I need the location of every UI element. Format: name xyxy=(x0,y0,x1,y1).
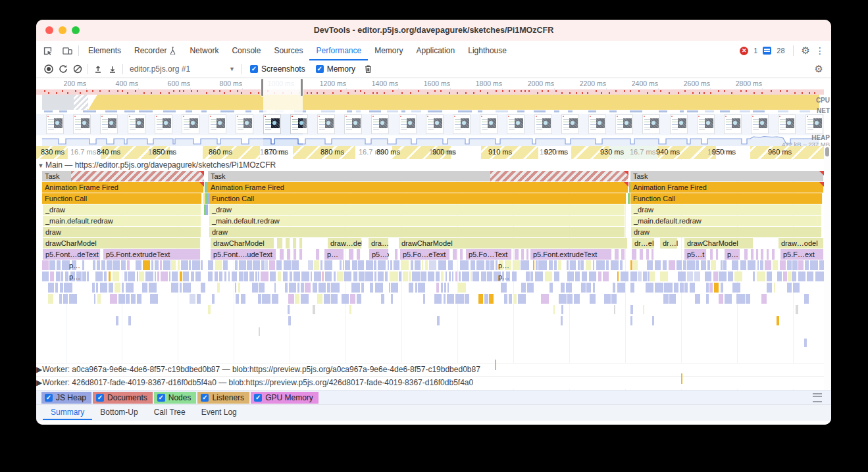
timeline-overview[interactable]: 200 ms400 ms600 ms800 ms1000 ms1200 ms14… xyxy=(36,78,831,146)
activity-bar[interactable] xyxy=(247,260,252,270)
activity-bar[interactable] xyxy=(590,294,596,304)
activity-bar[interactable] xyxy=(345,260,350,270)
activity-bar[interactable] xyxy=(331,283,340,293)
activity-bar[interactable] xyxy=(687,271,694,281)
activity-bar[interactable] xyxy=(481,271,486,281)
activity-bar[interactable] xyxy=(60,283,63,293)
screenshot-thumbnail[interactable] xyxy=(507,114,524,134)
activity-bar[interactable] xyxy=(638,271,642,281)
flame-bar[interactable] xyxy=(615,249,619,260)
activity-bar[interactable] xyxy=(593,260,594,270)
activity-bar[interactable] xyxy=(394,260,399,270)
activity-bar[interactable] xyxy=(707,260,709,270)
activity-bar[interactable] xyxy=(765,260,772,270)
activity-bar[interactable] xyxy=(535,271,544,281)
activity-bar[interactable] xyxy=(586,283,591,293)
activity-bar[interactable] xyxy=(409,283,413,293)
flame-bar[interactable] xyxy=(299,238,303,248)
activity-bar[interactable] xyxy=(270,271,276,281)
activity-bar[interactable] xyxy=(115,283,120,293)
activity-bar[interactable] xyxy=(42,271,49,281)
flame-bar[interactable]: draw xyxy=(631,227,822,237)
activity-bar[interactable] xyxy=(197,294,201,304)
screenshot-thumbnail[interactable] xyxy=(724,114,742,134)
activity-bar[interactable] xyxy=(349,305,351,314)
activity-bar[interactable] xyxy=(238,283,240,293)
activity-bar[interactable] xyxy=(589,271,597,281)
activity-bar[interactable] xyxy=(70,271,76,281)
flame-bar[interactable] xyxy=(277,238,283,248)
tab-sources[interactable]: Sources xyxy=(267,41,309,60)
screenshot-thumbnail[interactable] xyxy=(371,114,389,134)
activity-bar[interactable] xyxy=(606,260,609,270)
screenshot-thumbnail[interactable] xyxy=(128,114,145,134)
screenshot-thumbnail[interactable] xyxy=(155,114,172,134)
flame-bar[interactable]: draw xyxy=(43,227,201,237)
worker-track-header[interactable]: ▶Worker: a0ca967a-9e6e-4de6-8f57-c19bdbe… xyxy=(36,363,824,376)
activity-bar[interactable] xyxy=(655,260,661,270)
activity-bar[interactable] xyxy=(62,260,70,270)
activity-bar[interactable] xyxy=(714,283,719,293)
flame-bar[interactable]: p5.Font…deText xyxy=(43,249,101,260)
activity-bar[interactable] xyxy=(633,260,638,270)
activity-bar[interactable] xyxy=(415,260,421,270)
activity-bar[interactable] xyxy=(100,283,107,293)
activity-bar[interactable] xyxy=(421,271,426,281)
activity-bar[interactable] xyxy=(201,260,203,270)
activity-bar[interactable] xyxy=(418,283,425,293)
activity-bar[interactable] xyxy=(455,294,464,304)
activity-bar[interactable] xyxy=(128,271,135,281)
activity-bar[interactable] xyxy=(647,260,653,270)
activity-bar[interactable] xyxy=(783,271,787,281)
activity-bar[interactable] xyxy=(93,260,95,270)
activity-bar[interactable] xyxy=(472,271,479,281)
screenshot-thumbnail[interactable] xyxy=(534,114,552,134)
activity-bar[interactable] xyxy=(646,283,653,293)
activity-bar[interactable] xyxy=(288,316,291,325)
expand-triangle-icon[interactable]: ▶ xyxy=(36,378,42,387)
activity-bar[interactable] xyxy=(191,271,194,281)
activity-bar[interactable] xyxy=(56,271,61,281)
activity-bar[interactable] xyxy=(409,271,411,281)
screenshot-thumbnail[interactable] xyxy=(615,114,633,134)
activity-bar[interactable] xyxy=(110,294,117,304)
screenshot-thumbnail[interactable] xyxy=(317,114,335,134)
activity-bar[interactable] xyxy=(116,316,118,325)
activity-bar[interactable] xyxy=(514,294,517,304)
flame-bar[interactable]: p… xyxy=(324,249,344,260)
activity-bar[interactable] xyxy=(711,260,716,270)
activity-bar[interactable] xyxy=(423,294,425,304)
activity-bar[interactable] xyxy=(499,260,503,270)
activity-bar[interactable] xyxy=(541,294,548,304)
flame-bar[interactable]: Animation Frame Fired xyxy=(42,182,204,193)
activity-bar[interactable] xyxy=(107,260,112,270)
activity-bar[interactable] xyxy=(96,283,98,293)
activity-bar[interactable] xyxy=(249,271,254,281)
activity-bar[interactable] xyxy=(61,271,63,281)
activity-bar[interactable] xyxy=(50,271,53,281)
activity-bar[interactable] xyxy=(322,271,324,281)
activity-bar[interactable] xyxy=(429,260,436,270)
activity-bar[interactable] xyxy=(580,260,584,270)
screenshot-thumbnail[interactable] xyxy=(453,114,471,134)
activity-bar[interactable] xyxy=(575,271,580,281)
activity-bar[interactable] xyxy=(101,260,105,270)
activity-bar[interactable] xyxy=(109,271,111,281)
activity-bar[interactable] xyxy=(489,294,493,304)
activity-bar[interactable] xyxy=(259,327,260,336)
activity-bar[interactable] xyxy=(561,305,563,314)
activity-bar[interactable] xyxy=(706,283,709,293)
activity-bar[interactable] xyxy=(313,283,317,293)
activity-bar[interactable] xyxy=(792,260,797,270)
activity-bar[interactable] xyxy=(183,271,189,281)
activity-bar[interactable] xyxy=(713,271,717,281)
activity-bar[interactable] xyxy=(415,283,417,293)
selection-right-handle[interactable] xyxy=(300,78,303,97)
screenshot-thumbnail[interactable] xyxy=(290,114,308,134)
activity-bar[interactable] xyxy=(403,271,407,281)
activity-bar[interactable] xyxy=(630,305,633,314)
flame-bar[interactable]: draw xyxy=(209,227,625,237)
activity-bar[interactable] xyxy=(805,260,808,270)
activity-bar[interactable] xyxy=(258,294,261,304)
clear-button[interactable] xyxy=(70,62,85,76)
